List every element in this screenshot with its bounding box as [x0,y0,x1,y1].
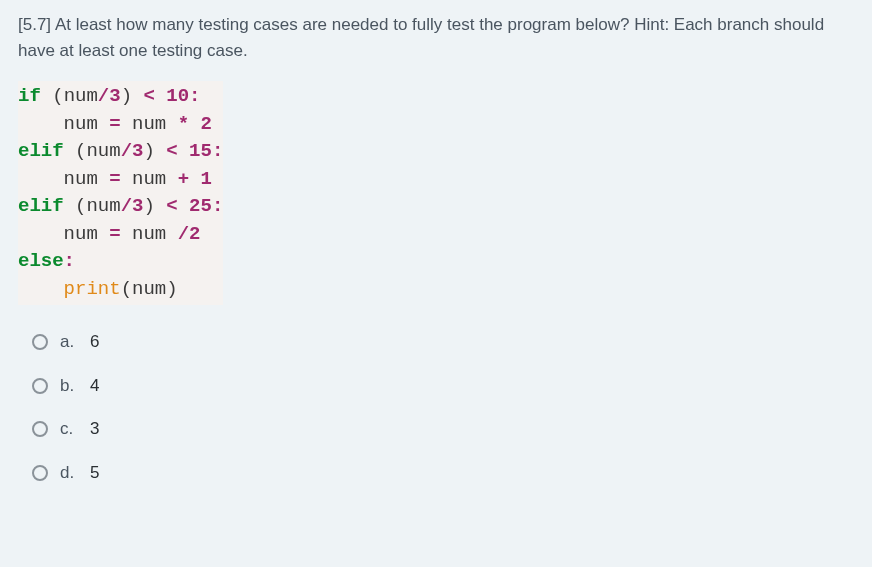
code-token: ) [143,195,166,217]
code-token: / [121,195,132,217]
code-token: num [18,168,109,190]
code-line: elif (num/3) < 25: [18,193,223,221]
option-letter: b. [60,373,78,399]
code-token: / [121,140,132,162]
code-token: 3 [132,140,143,162]
code-token: elif [18,195,75,217]
question-text: [5.7] At least how many testing cases ar… [18,12,854,63]
code-token: < [143,85,166,107]
code-token: ) [143,140,166,162]
code-token: if [18,85,52,107]
code-block: if (num/3) < 10: num = num * 2elif (num/… [18,81,223,305]
code-token: else [18,250,64,272]
code-token [18,278,64,300]
code-token: ) [166,278,177,300]
code-token: num [18,223,109,245]
code-token: / [98,85,109,107]
answer-list: a.6b.4c.3d.5 [18,329,854,485]
radio-button[interactable] [32,465,48,481]
radio-button[interactable] [32,378,48,394]
option-letter: a. [60,329,78,355]
code-token: < [166,195,189,217]
code-token: ) [121,85,144,107]
code-token: 1 [200,168,211,190]
code-token: < [166,140,189,162]
code-line: print(num) [18,276,223,304]
code-token: 3 [109,85,120,107]
option-letter: d. [60,460,78,486]
code-line: else: [18,248,223,276]
code-token: = [109,223,132,245]
code-token: ( [52,85,63,107]
code-token: ( [121,278,132,300]
option-letter: c. [60,416,78,442]
code-token: num [18,113,109,135]
radio-button[interactable] [32,334,48,350]
code-token: : [189,85,200,107]
code-token: 2 [200,113,211,135]
option-value: 4 [90,373,99,399]
code-token: : [212,195,223,217]
code-token: num [64,85,98,107]
option-value: 3 [90,416,99,442]
code-token: / [178,223,189,245]
code-token: = [109,168,132,190]
code-line: if (num/3) < 10: [18,83,223,111]
code-token: num [132,278,166,300]
code-line: num = num + 1 [18,166,223,194]
radio-button[interactable] [32,421,48,437]
code-token: 2 [189,223,200,245]
answer-option[interactable]: b.4 [32,373,854,399]
code-token: num [86,195,120,217]
option-value: 5 [90,460,99,486]
code-token: 15 [189,140,212,162]
code-token: * [178,113,201,135]
answer-option[interactable]: a.6 [32,329,854,355]
code-token: num [132,113,178,135]
option-value: 6 [90,329,99,355]
code-token: ( [75,195,86,217]
code-token: : [212,140,223,162]
answer-option[interactable]: c.3 [32,416,854,442]
code-token: + [178,168,201,190]
question-prefix: [5.7] [18,15,51,34]
code-token: print [64,278,121,300]
code-token: : [64,250,75,272]
code-token: ( [75,140,86,162]
code-line: num = num * 2 [18,111,223,139]
code-token: 3 [132,195,143,217]
code-token: num [132,223,178,245]
code-line: num = num /2 [18,221,223,249]
code-line: elif (num/3) < 15: [18,138,223,166]
code-token: elif [18,140,75,162]
code-token: num [132,168,178,190]
question-body: At least how many testing cases are need… [18,15,824,60]
code-token: 25 [189,195,212,217]
code-token: 10 [166,85,189,107]
answer-option[interactable]: d.5 [32,460,854,486]
code-token: = [109,113,132,135]
code-token: num [86,140,120,162]
